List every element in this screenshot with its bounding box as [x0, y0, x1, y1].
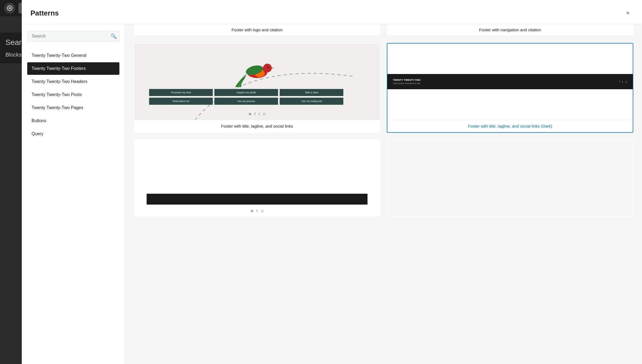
- bottom-wp-icon: ⊕: [251, 209, 253, 213]
- footer-nav-citation-label: Footer with navigation and citation: [387, 24, 633, 35]
- modal-body: 🔍 Twenty Twenty-Two General Twenty Twent…: [22, 24, 642, 364]
- process-btn[interactable]: See my process: [214, 98, 278, 105]
- svg-point-3: [263, 64, 272, 72]
- mailing-btn[interactable]: Join my mailing list: [280, 98, 343, 105]
- bird-footer-label: Footer with title, tagline, and social l…: [134, 120, 380, 132]
- modal-header: Patterns ×: [22, 0, 642, 24]
- dark-twitter-icon: t: [622, 80, 623, 83]
- pattern-card-bird[interactable]: Purchase my work Support my studio Take …: [134, 43, 380, 133]
- wp-logo: W: [4, 3, 15, 14]
- facebook-icon: f: [255, 112, 255, 116]
- purchase-btn[interactable]: Purchase my work: [149, 89, 213, 96]
- dark-facebook-icon: f: [619, 80, 620, 83]
- twitter-icon: t: [259, 112, 260, 116]
- svg-text:W: W: [8, 7, 11, 10]
- pattern-card-bottom-right[interactable]: [387, 139, 633, 217]
- search-input[interactable]: [27, 31, 119, 42]
- pattern-card-dark[interactable]: TWENTY TWENTY-TWO Just another WordPress…: [387, 43, 633, 133]
- pattern-card-bottom-left[interactable]: ⊕ t ◻: [134, 139, 380, 217]
- top-labels-row: Footer with logo and citation Footer wit…: [134, 24, 633, 35]
- sidebar-item-query[interactable]: Query: [27, 128, 119, 140]
- bottom-left-bar: [147, 194, 368, 205]
- bottom-left-preview: ⊕ t ◻: [134, 140, 380, 216]
- instagram-icon: ◻: [263, 112, 266, 116]
- sidebar-item-pages[interactable]: Twenty Twenty-Two Pages: [27, 101, 119, 114]
- bottom-right-preview: [387, 140, 633, 216]
- support-btn[interactable]: Support my studio: [214, 89, 278, 96]
- svg-marker-4: [272, 67, 275, 69]
- bottom-left-social: ⊕ t ◻: [251, 209, 263, 213]
- dark-footer-preview: TWENTY TWENTY-TWO Just another WordPress…: [387, 44, 633, 120]
- dark-instagram-icon: ◻: [625, 80, 627, 83]
- bird-preview: Purchase my work Support my studio Take …: [134, 44, 380, 120]
- category-nav: Twenty Twenty-Two General Twenty Twenty-…: [27, 49, 119, 140]
- footer-buttons-grid: Purchase my work Support my studio Take …: [149, 89, 343, 105]
- sidebar-item-buttons[interactable]: Buttons: [27, 115, 119, 127]
- dark-social-icons: f t ◻: [619, 80, 627, 83]
- search-box: 🔍: [27, 31, 119, 42]
- wordpress-icon: ⊕: [249, 112, 251, 116]
- about-btn[interactable]: Read about me: [149, 98, 213, 105]
- dark-footer-label: Footer with title, tagline, and social l…: [387, 120, 633, 132]
- dark-footer-bar: TWENTY TWENTY-TWO Just another WordPress…: [387, 74, 633, 89]
- patterns-sidebar: 🔍 Twenty Twenty-Two General Twenty Twent…: [22, 24, 125, 364]
- dark-site-title: TWENTY TWENTY-TWO Just another WordPress…: [393, 78, 421, 85]
- modal-close-button[interactable]: ×: [622, 8, 633, 18]
- class-btn[interactable]: Take a class: [280, 89, 343, 96]
- footer-logo-citation-label: Footer with logo and citation: [134, 24, 380, 35]
- bird-illustration: [230, 49, 284, 87]
- search-icon: 🔍: [111, 33, 117, 39]
- svg-point-6: [268, 67, 269, 67]
- sidebar-item-headers[interactable]: Twenty Twenty-Two Headers: [27, 75, 119, 88]
- search-button[interactable]: 🔍: [111, 33, 117, 39]
- sidebar-item-footers[interactable]: Twenty Twenty-Two Footers: [27, 62, 119, 75]
- modal-title: Patterns: [30, 9, 59, 17]
- sidebar-item-posts[interactable]: Twenty Twenty-Two Posts: [27, 88, 119, 101]
- bottom-twitter-icon: t: [257, 209, 257, 213]
- patterns-modal: Patterns × 🔍 Twenty Twenty-Two General T…: [22, 0, 642, 364]
- sidebar-item-general[interactable]: Twenty Twenty-Two General: [27, 49, 119, 62]
- patterns-grid: Purchase my work Support my studio Take …: [134, 36, 633, 217]
- svg-point-5: [268, 66, 269, 68]
- bottom-instagram-icon: ◻: [261, 209, 264, 213]
- bird-social-icons: ⊕ f t ◻: [249, 112, 266, 116]
- patterns-content: Footer with logo and citation Footer wit…: [125, 24, 642, 364]
